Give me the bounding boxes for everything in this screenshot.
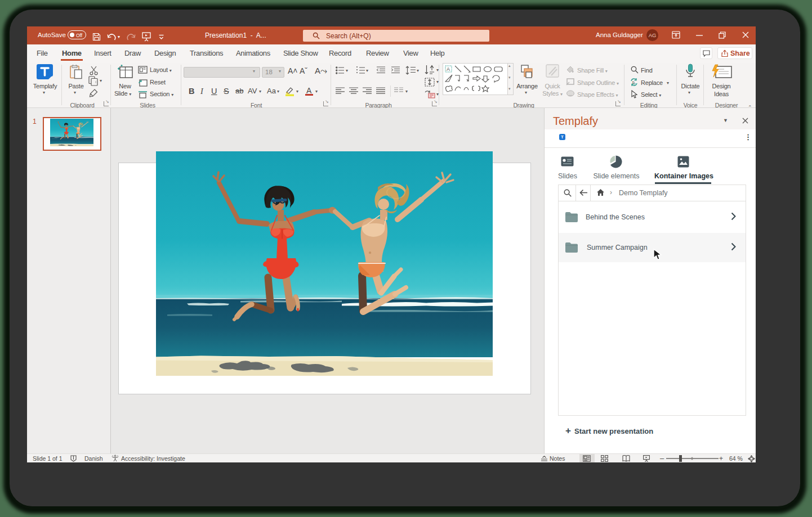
svg-text:A: A xyxy=(447,66,450,72)
svg-text:c: c xyxy=(634,82,636,86)
